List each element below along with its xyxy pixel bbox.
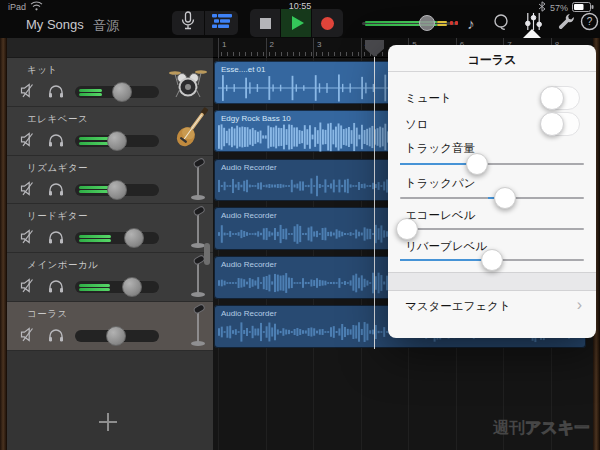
help-icon: ? [580, 12, 599, 34]
play-icon [292, 16, 304, 30]
panel-top-strip [7, 38, 213, 58]
transport-controls [250, 9, 343, 37]
svg-text:?: ? [586, 16, 592, 27]
note-fx-button[interactable]: ♪ [461, 13, 481, 33]
instruments-button[interactable]: 音源 [93, 17, 119, 35]
volume-knob[interactable] [122, 277, 142, 297]
headphones-icon[interactable] [48, 84, 66, 100]
panel-resize-handle[interactable] [204, 243, 210, 265]
add-track-button[interactable] [92, 406, 124, 438]
track-volume-slider[interactable] [75, 232, 159, 244]
measure-number: 2 [270, 40, 274, 49]
echo-level-slider[interactable] [400, 228, 584, 230]
level-meter-peak [437, 21, 447, 23]
master-volume-knob[interactable] [419, 15, 435, 31]
region-label: Edgy Rock Bass 10 [221, 114, 291, 123]
ruler-measure: 3 [313, 38, 361, 58]
track-header-3[interactable]: リズムギター [7, 156, 213, 205]
mute-icon[interactable] [20, 181, 38, 197]
track-settings-popover: コーラス ミュート ソロ トラック音量 トラックパン エコーレベル リバーブレベ… [388, 45, 596, 338]
measure-number: 1 [222, 40, 226, 49]
mute-icon[interactable] [20, 229, 38, 245]
toolbar: iPad 10:55 57% My Songs 音源 [0, 0, 600, 38]
echo-level-label: エコーレベル [405, 208, 475, 223]
track-volume-slider[interactable] [75, 281, 159, 293]
ruler-measure: 1 [218, 38, 266, 58]
track-header-panel: キットエレキベースリズムギターリードギターメインボーカルコーラス [7, 38, 213, 450]
mute-icon[interactable] [20, 132, 38, 148]
reverb-level-slider[interactable] [400, 259, 584, 261]
track-name: メインボーカル [27, 259, 98, 272]
track-volume-slider[interactable] [75, 135, 159, 147]
my-songs-button[interactable]: My Songs [26, 17, 84, 32]
mute-row: ミュート [405, 85, 580, 111]
volume-knob[interactable] [112, 82, 132, 102]
stop-button[interactable] [250, 9, 281, 37]
track-volume-slider[interactable] [75, 184, 159, 196]
track-header-5[interactable]: メインボーカル [7, 253, 213, 302]
track-header-2[interactable]: エレキベース [7, 107, 213, 156]
master-effects-row[interactable]: マスターエフェクト › [405, 291, 584, 321]
note-icon: ♪ [467, 15, 475, 32]
microphone-icon [181, 11, 195, 35]
track-volume-slider[interactable] [75, 86, 159, 98]
clip-indicator [450, 21, 453, 25]
volume-knob[interactable] [107, 131, 127, 151]
volume-knob[interactable] [124, 228, 144, 248]
measure-number: 3 [317, 40, 321, 49]
separator [388, 71, 596, 72]
headphones-icon[interactable] [48, 133, 66, 149]
popover-title: コーラス [388, 52, 596, 69]
solo-row: ソロ [405, 111, 580, 137]
solo-label: ソロ [405, 118, 429, 130]
solo-toggle[interactable] [540, 112, 580, 136]
master-effects-label: マスターエフェクト [405, 300, 511, 312]
wood-edge-left [0, 38, 7, 450]
headphones-icon[interactable] [48, 328, 66, 344]
volume-knob[interactable] [106, 326, 126, 346]
mute-icon[interactable] [20, 327, 38, 343]
volume-knob[interactable] [107, 180, 127, 200]
record-button[interactable] [312, 9, 343, 37]
toggle-knob [540, 86, 564, 110]
track-view-button[interactable] [205, 11, 238, 35]
mute-icon[interactable] [20, 278, 38, 294]
bass-icon [173, 111, 207, 155]
track-view-icon [212, 14, 232, 32]
headphones-icon[interactable] [48, 279, 66, 295]
ruler-measure: 2 [266, 38, 314, 58]
clip-indicator [455, 21, 458, 25]
track-pan-knob[interactable] [494, 187, 516, 209]
help-button[interactable]: ? [579, 13, 599, 33]
mic-view-button[interactable] [172, 11, 205, 35]
loop-icon [492, 13, 510, 34]
record-icon [321, 17, 334, 30]
play-button[interactable] [281, 9, 312, 37]
mute-toggle[interactable] [540, 86, 580, 110]
track-header-1[interactable]: キット [7, 58, 213, 107]
track-volume-slider[interactable] [75, 330, 159, 342]
track-volume-knob[interactable] [466, 153, 488, 175]
track-volume-slider[interactable] [400, 163, 584, 165]
track-pan-slider[interactable] [400, 197, 584, 199]
toggle-knob [540, 112, 564, 136]
level-meter-peak [437, 24, 447, 26]
loop-browser-button[interactable] [491, 13, 511, 33]
mic-icon [189, 158, 207, 206]
song-settings-button[interactable] [556, 13, 576, 33]
headphones-icon[interactable] [48, 230, 66, 246]
playhead-line [374, 57, 376, 349]
mic-icon [189, 304, 207, 352]
track-header-4[interactable]: リードギター [7, 204, 213, 253]
region-label: Audio Recorder [221, 309, 277, 318]
track-header-6[interactable]: コーラス [7, 302, 213, 351]
track-volume-label: トラック音量 [405, 141, 475, 156]
popover-arrow [523, 29, 541, 38]
watermark-outline: アスキー [525, 419, 590, 436]
reverb-level-knob[interactable] [481, 249, 503, 271]
chevron-right-icon: › [577, 291, 582, 319]
headphones-icon[interactable] [48, 182, 66, 198]
echo-level-knob[interactable] [396, 218, 418, 240]
mute-icon[interactable] [20, 83, 38, 99]
track-name: コーラス [27, 308, 68, 321]
